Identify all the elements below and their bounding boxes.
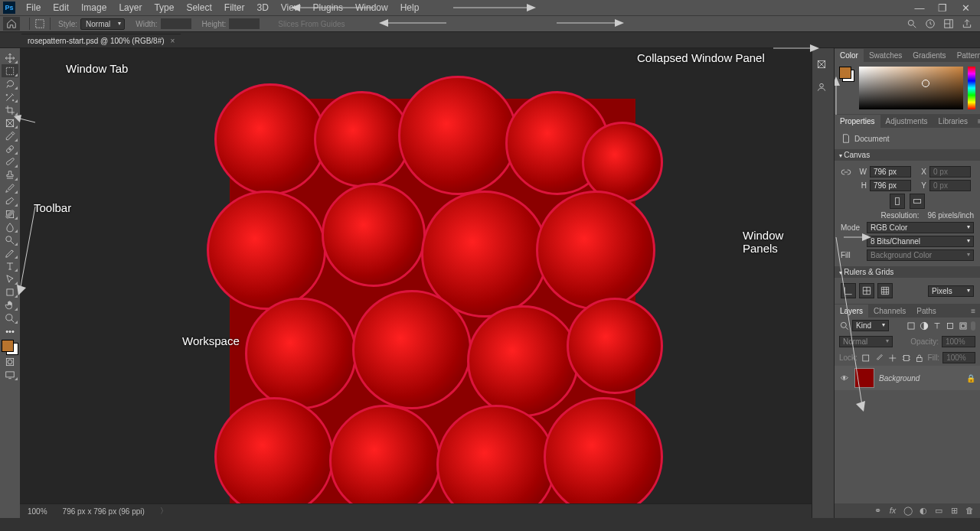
svg-marker-36	[14, 115, 21, 122]
hue-slider[interactable]	[968, 67, 975, 109]
tab-channels[interactable]: Channels	[868, 305, 911, 318]
layer-name[interactable]: Background	[879, 374, 920, 383]
status-dims: 796 px x 796 px (96 ppi)	[63, 507, 145, 516]
filter-shape-icon[interactable]	[945, 321, 956, 331]
lock-brush-icon[interactable]	[874, 353, 884, 363]
rulers-unit-select[interactable]: Pixels	[928, 285, 974, 297]
layer-fx-icon[interactable]: fx	[887, 506, 899, 516]
layer-lock-icon[interactable]: 🔒	[966, 374, 975, 383]
svg-rect-21	[948, 323, 953, 328]
orientation-portrait[interactable]	[890, 194, 905, 209]
menu-help[interactable]: Help	[394, 1, 426, 15]
svg-marker-30	[527, 4, 536, 11]
layer-delete-icon[interactable]: 🗑	[963, 506, 975, 516]
tab-gradients[interactable]: Gradients	[907, 49, 951, 62]
home-button[interactable]	[3, 17, 20, 31]
hand-tool[interactable]	[2, 298, 18, 311]
workspace[interactable]: Menu Bar Tool Options Bar Window Tab Too…	[20, 48, 812, 518]
svg-rect-22	[960, 322, 966, 328]
style-label: Style:	[58, 20, 77, 28]
menu-filter[interactable]: Filter	[218, 1, 251, 15]
svg-marker-44	[862, 233, 871, 241]
opacity-field[interactable]: 100%	[942, 336, 975, 347]
layer-mask-icon[interactable]: ◯	[902, 506, 914, 516]
fill-opacity-field[interactable]: 100%	[942, 352, 975, 363]
link-layers-icon[interactable]: ⚭	[871, 506, 884, 516]
document-canvas[interactable]	[230, 99, 635, 504]
collapsed-panel-icon-2[interactable]	[816, 82, 830, 96]
tool-options-bar: Style: Normal Width: Height: Slices From…	[0, 15, 980, 32]
history-icon[interactable]	[925, 18, 936, 29]
svg-marker-40	[810, 44, 819, 52]
svg-marker-42	[835, 77, 840, 86]
layer-new-icon[interactable]: ⊞	[948, 506, 960, 516]
menu-layer[interactable]: Layer	[113, 1, 148, 15]
lock-all-icon[interactable]	[914, 353, 925, 363]
svg-rect-0	[36, 20, 44, 28]
marquee-tool[interactable]	[2, 64, 18, 77]
menu-select[interactable]: Select	[180, 1, 217, 15]
opacity-label: Opacity:	[910, 337, 939, 346]
svg-point-1	[908, 20, 913, 25]
menu-3d[interactable]: 3D	[250, 1, 274, 15]
zoom-tool[interactable]	[2, 311, 18, 324]
tab-adjustments[interactable]: Adjustments	[880, 115, 933, 128]
window-minimize[interactable]: —	[908, 2, 931, 14]
edit-toolbar[interactable]: •••	[2, 324, 18, 337]
move-tool[interactable]	[2, 51, 18, 64]
fill-select[interactable]: Background Color	[867, 249, 974, 261]
tab-patterns[interactable]: Patterns	[952, 49, 980, 62]
workspace-icon[interactable]	[943, 18, 954, 29]
lasso-tool[interactable]	[2, 77, 18, 90]
filter-type-icon[interactable]	[932, 321, 942, 331]
tab-paths[interactable]: Paths	[911, 305, 942, 318]
layers-panel-menu[interactable]: ≡	[966, 305, 980, 318]
collapsed-panel-rail	[812, 48, 834, 518]
quickmask-tool[interactable]	[2, 355, 18, 368]
svg-rect-25	[903, 355, 909, 360]
window-restore[interactable]: ❐	[931, 2, 954, 14]
share-icon[interactable]	[962, 18, 972, 29]
lock-artboard-icon[interactable]	[901, 353, 912, 363]
properties-panel-menu[interactable]: ≡	[973, 115, 980, 128]
collapsed-panel-icon-1[interactable]	[816, 59, 830, 73]
status-zoom[interactable]: 100%	[28, 507, 47, 516]
menu-edit[interactable]: Edit	[47, 1, 75, 15]
depth-select[interactable]: 8 Bits/Channel	[867, 236, 974, 247]
document-tab[interactable]: rosepattern-start.psd @ 100% (RGB/8#) ×	[21, 34, 181, 47]
tab-libraries[interactable]: Libraries	[933, 115, 973, 128]
menu-image[interactable]: Image	[75, 1, 113, 15]
svg-line-37	[20, 207, 35, 291]
menu-type[interactable]: Type	[148, 1, 180, 15]
mode-select[interactable]: RGB Color	[867, 222, 974, 233]
slices-button[interactable]: Slices From Guides	[278, 20, 345, 28]
annot-workspace: Workspace	[182, 334, 240, 347]
style-select[interactable]: Normal	[80, 18, 125, 30]
lock-move-icon[interactable]	[887, 353, 898, 363]
menu-file[interactable]: File	[20, 1, 47, 15]
screenmode-tool[interactable]	[2, 368, 18, 381]
tab-color[interactable]: Color	[835, 49, 864, 62]
tab-swatches[interactable]: Swatches	[864, 49, 907, 62]
height-input[interactable]	[229, 18, 260, 29]
filter-pixel-icon[interactable]	[906, 321, 916, 331]
filter-smart-icon[interactable]	[958, 321, 969, 331]
svg-rect-26	[916, 357, 922, 361]
width-field[interactable]: 796 px	[870, 166, 911, 178]
status-bar: 100% 796 px x 796 px (96 ppi) 〉	[20, 503, 812, 518]
filter-adjust-icon[interactable]	[919, 321, 929, 331]
height-field[interactable]: 796 px	[870, 180, 911, 191]
color-picker[interactable]	[859, 67, 963, 109]
annot-collapsed: Collapsed Window Panel	[637, 51, 765, 64]
wand-tool[interactable]	[2, 90, 18, 103]
layer-adjust-icon[interactable]: ◐	[917, 506, 929, 516]
layer-group-icon[interactable]: ▭	[933, 506, 945, 516]
ruler-btn-3[interactable]	[877, 283, 893, 298]
search-icon[interactable]	[906, 18, 917, 29]
close-tab-icon[interactable]: ×	[171, 37, 175, 45]
color-swatches[interactable]	[2, 340, 18, 355]
filter-toggle[interactable]	[971, 321, 975, 331]
width-input[interactable]	[161, 18, 191, 29]
orientation-landscape[interactable]	[910, 194, 925, 209]
window-close[interactable]: ✕	[954, 2, 977, 14]
